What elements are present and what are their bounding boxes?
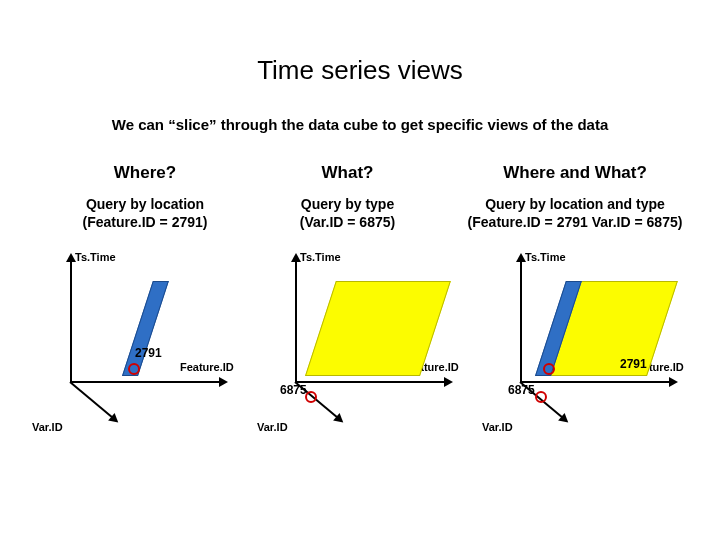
axis-x-icon	[295, 381, 445, 383]
query-both-line2: (Feature.ID = 2791 Var.ID = 6875)	[468, 214, 683, 230]
value-feature-id: 2791	[620, 357, 647, 371]
axis-y-icon	[295, 261, 297, 381]
diagram-row: Ts.Time Feature.ID Var.ID 2791 Ts.Time F…	[0, 231, 720, 491]
axis-y-icon	[70, 261, 72, 381]
query-where: Query by location (Feature.ID = 2791)	[55, 195, 235, 231]
slice-feature-icon	[122, 281, 169, 376]
axis-label-z: Var.ID	[32, 421, 63, 433]
page-title: Time series views	[0, 0, 720, 86]
axis-label-z: Var.ID	[482, 421, 513, 433]
axis-label-x: Feature.ID	[180, 361, 234, 373]
query-where-line1: Query by location	[86, 196, 204, 212]
question-where: Where?	[55, 163, 235, 183]
query-what: Query by type (Var.ID = 6875)	[258, 195, 438, 231]
question-both: Where and What?	[460, 163, 690, 183]
axis-z-icon	[69, 382, 112, 419]
axis-label-y: Ts.Time	[75, 251, 116, 263]
column-what: What? Query by type (Var.ID = 6875)	[258, 163, 438, 231]
column-headers: Where? Query by location (Feature.ID = 2…	[0, 133, 720, 231]
axis-y-icon	[520, 261, 522, 381]
question-what: What?	[258, 163, 438, 183]
query-both: Query by location and type (Feature.ID =…	[460, 195, 690, 231]
axis-label-y: Ts.Time	[300, 251, 341, 263]
value-var-id: 6875	[508, 383, 535, 397]
column-both: Where and What? Query by location and ty…	[460, 163, 690, 231]
axis-x-icon	[70, 381, 220, 383]
query-what-line2: (Var.ID = 6875)	[300, 214, 395, 230]
column-where: Where? Query by location (Feature.ID = 2…	[55, 163, 235, 231]
page-subtitle: We can “slice” through the data cube to …	[0, 86, 720, 133]
cube-where: Ts.Time Feature.ID Var.ID 2791	[40, 241, 260, 441]
query-what-line1: Query by type	[301, 196, 394, 212]
cube-both: Ts.Time Feature.ID Var.ID 6875 2791	[490, 241, 710, 441]
query-both-line1: Query by location and type	[485, 196, 665, 212]
cube-what: Ts.Time Feature.ID Var.ID 6875	[265, 241, 485, 441]
value-feature-id: 2791	[135, 346, 162, 360]
axis-label-z: Var.ID	[257, 421, 288, 433]
value-var-id: 6875	[280, 383, 307, 397]
axis-label-y: Ts.Time	[525, 251, 566, 263]
query-where-line2: (Feature.ID = 2791)	[83, 214, 208, 230]
axis-x-icon	[520, 381, 670, 383]
